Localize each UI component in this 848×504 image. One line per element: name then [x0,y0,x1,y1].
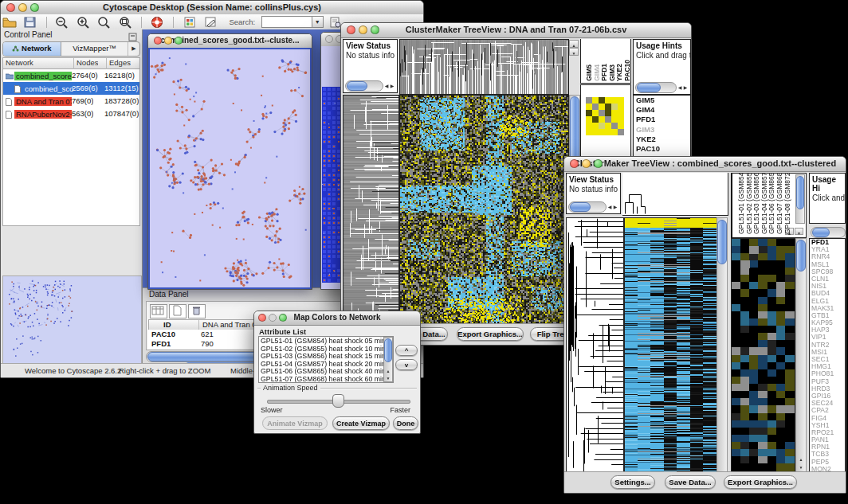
tv2-heatmap-canvas[interactable] [624,217,717,472]
gene-label[interactable]: NIS1 [810,283,845,290]
gene-label[interactable]: PFD1 [810,239,845,246]
zoom-window-icon[interactable] [371,25,379,34]
zoom-window-icon[interactable] [175,37,183,45]
row-label[interactable]: PFD1 [634,115,690,124]
scroll-right-icon[interactable]: ▶ [682,83,689,93]
gene-label[interactable]: RNR4 [810,253,845,260]
scroll-thumb[interactable] [637,83,661,92]
gene-label[interactable]: GPI16 [810,393,845,400]
attribute-list-vscrollbar[interactable]: ▲ ▼ [383,337,393,382]
open-session-icon[interactable] [2,16,18,29]
attribute-list[interactable]: GPL51-01 (GSM854) heat shock 05 minGPL51… [258,336,394,383]
zoom-window-icon[interactable] [279,314,287,322]
tv2-heatmap-vscrollbar[interactable] [716,217,728,472]
search-dropdown-icon[interactable]: ▼ [312,16,324,28]
minimize-icon[interactable] [582,159,591,168]
zoom-selected-icon[interactable] [118,16,134,29]
minimize-icon[interactable] [18,3,27,12]
main-titlebar[interactable]: Cytoscape Desktop (Session Name: collins… [1,1,423,15]
done-button[interactable]: Done [393,416,418,430]
tv2-zoom-heatmap-canvas[interactable] [731,238,795,472]
scroll-down-icon[interactable]: ▼ [384,373,392,381]
window-controls[interactable] [347,25,379,34]
move-up-button[interactable]: ^ [395,345,418,356]
scroll-thumb[interactable] [347,81,367,91]
scroll-right-icon[interactable]: ▶ [389,81,395,92]
gene-label[interactable]: HMG1 [810,363,845,370]
save-session-icon[interactable] [22,16,38,29]
close-icon[interactable] [325,35,333,43]
treeview2-window[interactable]: ClusterMaker TreeView : combined_scores_… [563,156,846,494]
scroll-left-icon[interactable]: ◀ [677,83,683,93]
tv1-column-dendrogram-canvas[interactable] [399,39,569,95]
scroll-down-icon[interactable]: ▼ [796,463,806,471]
scroll-thumb[interactable] [796,240,806,272]
treeview1-titlebar[interactable]: ClusterMaker TreeView : DNA and Tran 07-… [341,23,691,38]
gene-label[interactable]: BUD4 [810,290,845,297]
network-graph-canvas[interactable] [150,49,308,287]
gene-label[interactable]: SEC24 [810,400,845,407]
close-icon[interactable] [6,3,15,12]
tv2-status-hscrollbar[interactable] [568,201,607,213]
scroll-up-icon[interactable]: ▲ [569,40,579,48]
window-controls[interactable] [570,159,603,168]
treeview2-titlebar[interactable]: ClusterMaker TreeView : combined_scores_… [564,157,846,172]
gene-label[interactable]: TCB3 [810,451,845,458]
tv2-row-dendrogram-canvas[interactable] [566,217,624,472]
scroll-thumb[interactable] [717,220,727,264]
animate-vizmap-button[interactable]: Animate Vizmap [262,416,328,430]
scroll-right-icon[interactable]: ▶ [612,202,618,213]
scroll-thumb[interactable] [570,96,579,163]
zoom-window-icon[interactable] [594,159,603,168]
gene-label[interactable]: PUF3 [810,378,845,385]
gene-label[interactable]: SPC98 [810,268,845,275]
tab-vizmapper[interactable]: VizMapper™ [61,42,128,56]
scroll-thumb[interactable] [812,228,830,237]
window-controls[interactable] [154,37,183,45]
tv2-zoom-vscrollbar[interactable]: ▲ ▼ [795,238,807,472]
gene-label[interactable]: GTB1 [810,312,845,319]
save-data-button[interactable]: Save Data... [665,475,716,489]
minimize-icon[interactable] [359,25,367,34]
gene-label[interactable]: MSI1 [810,349,845,356]
close-icon[interactable] [258,314,266,322]
create-vizmap-button[interactable]: Create Vizmap [332,416,390,430]
network-row[interactable]: RNAPuberNov2+!563(0)107847(0) [3,107,139,120]
tv1-status-hscrollbar[interactable] [345,80,383,92]
export-graphics-button[interactable]: Export Graphics... [724,475,797,489]
gene-label[interactable]: HRD3 [810,385,845,393]
window-controls[interactable] [258,314,287,322]
row-label[interactable]: GIM5 [634,96,690,105]
close-icon[interactable] [154,37,162,45]
gene-label[interactable]: PHO81 [810,370,845,377]
slider-thumb[interactable] [332,394,344,408]
window-controls[interactable] [6,3,39,12]
gene-label[interactable]: MSL1 [810,261,845,268]
tv2-hints-hscrollbar[interactable] [811,227,846,238]
gene-label[interactable]: CLN1 [810,275,845,283]
birdseye-view-canvas[interactable] [2,275,142,367]
scroll-up-icon[interactable]: ▲ [384,366,392,373]
tv1-heatmap-canvas[interactable] [399,95,569,326]
gene-label[interactable]: RPO21 [810,429,845,436]
gene-label[interactable]: KAP95 [810,319,845,326]
annotation-icon[interactable] [202,16,218,29]
scroll-down-icon[interactable]: ▼ [795,228,803,235]
export-graphics-button[interactable]: Export Graphics... [457,327,524,341]
dialog-titlebar[interactable]: Map Colors to Network [254,311,420,326]
network-view-frame[interactable]: combined_scores_good.txt--cluste... [147,33,312,290]
search-input[interactable] [261,16,312,28]
zoom-fit-icon[interactable] [96,16,112,29]
row-label[interactable]: PAC10 [634,144,690,154]
gene-label[interactable]: NTR2 [810,342,845,349]
gene-label[interactable]: HAP3 [810,326,845,334]
settings-button[interactable]: Settings... [610,475,655,489]
help-lifering-icon[interactable] [150,16,166,29]
minimize-icon[interactable] [164,37,172,45]
delete-attribute-icon[interactable] [188,304,206,318]
gene-label[interactable]: FIG4 [810,415,845,422]
tv2-collabels-vscrollbar[interactable] [795,174,805,224]
row-label[interactable]: YKE2 [634,135,690,144]
select-attributes-icon[interactable] [150,304,167,318]
scroll-left-icon[interactable]: ◀ [383,81,390,92]
